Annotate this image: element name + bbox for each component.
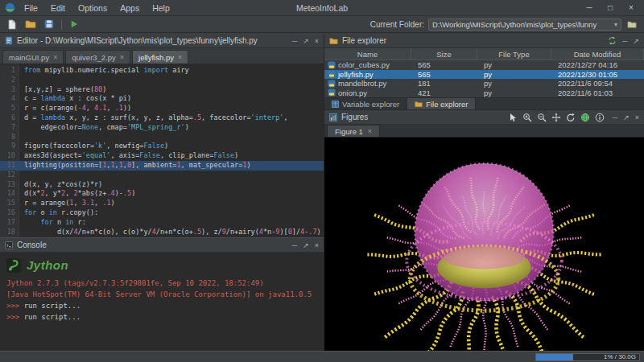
window-controls: ─ □ × [580,1,641,15]
menu-file[interactable]: File [18,2,44,14]
tab-figure-1[interactable]: Figure 1 × [327,125,380,137]
toolbar-separator [61,19,62,30]
code-line-8[interactable]: 8 [0,133,324,142]
python-file-icon [328,88,336,97]
console-body[interactable]: Jython Jython 2.7.3 (tags/v2.7.3:5f29801… [0,253,324,351]
code-line-3[interactable]: 3[x,y,z] = sphere(80) [0,85,324,95]
tab-close-icon[interactable]: × [178,53,182,61]
panel-float-icon[interactable]: ↗ [633,37,639,45]
line-number: 10 [0,151,19,161]
menu-options[interactable]: Options [72,2,114,14]
panel-minimize-icon[interactable]: ─ [292,37,297,45]
save-file-button[interactable] [43,18,56,31]
identify-info-icon[interactable] [595,113,605,122]
code-editor[interactable]: 1from mipylib.numeric.special import air… [0,64,324,237]
open-folder-icon [25,19,36,29]
tab-close-icon[interactable]: × [368,127,372,135]
figure-canvas[interactable] [324,138,644,351]
menu-help[interactable]: Help [146,2,176,14]
column-header-name[interactable]: Name [324,48,411,60]
menu-edit[interactable]: Edit [44,2,72,14]
panel-close-icon[interactable]: × [635,113,639,121]
file-row[interactable]: color_cubes.py565py2022/12/27 04:16 [324,60,644,70]
open-file-button[interactable] [24,18,37,31]
python-file-icon [328,80,336,88]
code-line-5[interactable]: 5r = c(arange(-4, 4.1, .1)) [0,104,324,113]
figures-panel-header: Figures ─ ↗ × [324,110,644,125]
python-file-icon [328,70,336,78]
panel-float-icon[interactable]: ↗ [623,113,630,121]
figures-panel-title: Figures [341,113,368,121]
zoom-in-icon[interactable] [522,113,532,122]
code-line-13[interactable]: 13d(x, y, z*cos(z)*r) [0,180,324,190]
panel-float-icon[interactable]: ↗ [303,241,309,249]
code-line-14[interactable]: 14d(x*2, y*2, 2*abs(z+.4)-.5) [0,189,324,199]
line-number: 13 [0,180,19,190]
zoom-out-icon[interactable] [537,113,547,122]
code-line-15[interactable]: 15r = arange(1, 3.1, .1) [0,199,324,208]
meteoinfolab-window: File Edit Options Apps Help MeteoInfoLab… [0,0,644,33]
code-line-7[interactable]: 7 edgecolor=None, cmap='MPL_spring_r') [0,123,324,133]
tab-quiver3-2-py[interactable]: quiver3_2.py × [65,50,130,64]
console-prompt-line: >>> run script... [6,311,317,323]
tab-variable-explorer[interactable]: Variable explorer [324,98,407,109]
select-cursor-icon[interactable] [508,113,518,122]
window-maximize-button[interactable]: □ [601,1,620,15]
file-row[interactable]: mandelbrot.py181py2022/11/6 09:54 [324,79,644,88]
line-number: 5 [0,104,19,113]
current-folder-label: Current Folder: [370,20,424,29]
panel-float-icon[interactable]: ↗ [303,37,309,45]
code-line-11[interactable]: 11lighting(position=[1,1,1,0], ambient=1… [0,161,324,171]
line-number: 1 [0,66,19,76]
variable-explorer-icon [332,101,339,108]
tab-close-icon[interactable]: × [53,53,57,61]
tab-file-explorer[interactable]: File explorer [407,98,476,109]
pan-icon[interactable] [551,113,561,122]
code-line-10[interactable]: 10axes3d(aspect='equal', axis=False, cli… [0,151,324,161]
panel-minimize-icon[interactable]: ─ [613,113,617,121]
tab-close-icon[interactable]: × [120,53,124,61]
browse-folder-button[interactable] [625,18,638,31]
save-icon [44,19,54,29]
file-row[interactable]: onion.py421py2022/11/6 01:03 [324,88,644,98]
python-file-icon [328,61,336,69]
rotate-icon[interactable] [566,113,576,122]
menu-apps[interactable]: Apps [114,2,146,14]
code-line-18[interactable]: 18 d(x/4/n+n*c(o), c(o)*y/4/n+n*c(o+.5),… [0,228,324,237]
console-panel-title: Console [17,241,47,249]
line-number: 11 [0,161,19,171]
column-header-file-type[interactable]: File Type [477,48,551,60]
file-explorer-icon [329,37,338,45]
file-table-header: Name Size File Type Date Modified [324,48,644,60]
code-line-2[interactable]: 2 [0,76,324,85]
console-lines: Jython 2.7.3 (tags/v2.7.3:5f29801fe, Sep… [6,278,317,323]
tab-jellyfish-py[interactable]: jellyfish.py × [132,50,188,64]
file-row[interactable]: jellyfish.py565py2022/12/30 01:05 [324,70,644,80]
panel-close-icon[interactable]: × [315,37,319,45]
code-line-1[interactable]: 1from mipylib.numeric.special import air… [0,66,324,76]
code-line-17[interactable]: 17 for n in r: [0,218,324,228]
run-script-button[interactable] [68,18,80,31]
code-line-16[interactable]: 16for o in r.copy(): [0,208,324,218]
panel-close-icon[interactable]: × [315,241,319,249]
new-file-button[interactable] [6,18,19,31]
line-number: 8 [0,133,19,142]
tab-maingui-py[interactable]: mainGUI.py × [2,50,64,64]
refresh-icon[interactable] [608,36,617,45]
window-close-button[interactable]: × [621,1,641,15]
code-line-4[interactable]: 4c = lambda x : cos(x * pi) [0,94,324,104]
code-line-12[interactable]: 12 [0,171,324,180]
window-minimize-button[interactable]: ─ [580,1,599,15]
panel-minimize-icon[interactable]: ─ [622,37,627,45]
jellyfish-plot [324,138,644,351]
current-folder-combobox[interactable]: D:\Working\MIScript\Jython\mis\plot_type… [428,19,621,31]
code-line-6[interactable]: 6d = lambda x, y, z : surf(x, y, z, alph… [0,113,324,123]
code-line-9[interactable]: 9figure(facecolor='k', newfig=False) [0,142,324,151]
editor-panel-title: Editor - D:\Working\MIScript\Jython\mis\… [17,36,258,45]
line-number: 12 [0,171,19,180]
console-icon [5,241,13,249]
column-header-size[interactable]: Size [411,48,477,60]
globe-icon[interactable] [580,113,590,122]
panel-minimize-icon[interactable]: ─ [292,241,297,249]
column-header-date-modified[interactable]: Date Modified [551,48,644,60]
